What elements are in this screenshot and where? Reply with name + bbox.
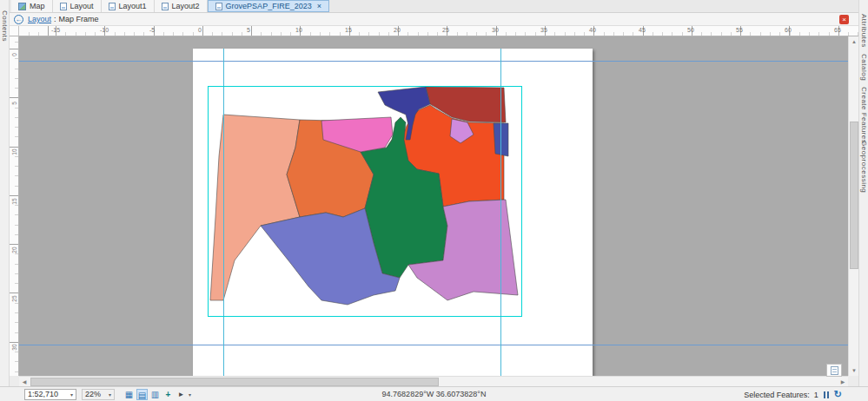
layout-view-icon[interactable]: ▤ [136,389,148,400]
horizontal-guide [19,61,848,62]
ruler-tick-label: 5 [247,27,250,33]
ruler-tick-label: 15 [10,197,19,207]
ruler-tick-label: 25 [10,294,19,304]
breadcrumb-separator: : [54,15,56,23]
tab-label: Layout [70,2,94,10]
ruler-tick-label: 55 [736,27,743,33]
scrollbar-corner [848,376,858,386]
horizontal-guide [19,345,848,345]
create-features-pane-tab[interactable]: Create Features [860,87,868,143]
page-icon [831,366,838,375]
ruler-tick-label: -5 [149,27,155,33]
ruler-tick-label: 40 [589,27,596,33]
ruler-tick-label: 15 [345,27,352,33]
contents-pane-tab[interactable]: Contents [1,10,9,42]
map-tab-icon [18,3,26,10]
geoprocessing-pane-tab[interactable]: Geoprocessing [860,141,868,193]
add-item-icon[interactable]: + [162,389,174,400]
back-button[interactable]: ← [14,15,23,24]
ruler-tick-label: 25 [442,27,449,33]
ruler-tick-label: -10 [100,27,109,33]
vertical-scrollbar-thumb[interactable] [850,122,858,269]
breadcrumb: ← Layout : Map Frame × [10,13,858,26]
horizontal-ruler: -15 -10 -5 0 5 10 15 20 25 30 35 40 45 5… [19,26,858,36]
tab-label: Layout1 [119,2,147,10]
layout-notes-icon[interactable] [826,364,842,377]
layout-tab-icon [162,3,169,10]
scale-combobox[interactable]: 1:52,710 ▾ [24,389,76,400]
application-window: Contents Map Layout Layout1 Layout2 Grov… [0,0,868,401]
ruler-tick-label: 50 [687,27,694,33]
attributes-pane-tab[interactable]: Attributes [860,14,868,48]
tab-map[interactable]: Map [11,0,53,12]
pages-view-icon[interactable]: ▥ [149,389,161,400]
view-toggle-group: ▦ ▤ ▥ + ► ▾ [123,389,191,400]
grid-view-icon[interactable]: ▦ [123,389,135,400]
ruler-tick-label: 30 [492,27,499,33]
zoom-value: 22% [85,390,101,398]
layout-tab-icon [60,3,67,10]
ruler-tick-label: 0 [198,27,202,33]
tab-layout1[interactable]: Layout1 [102,0,155,12]
close-view-button[interactable]: × [839,15,849,24]
scrollbar-corner [10,376,19,386]
refresh-icon[interactable]: ↻ [834,390,842,399]
chevron-down-icon[interactable]: ▾ [189,391,191,398]
selected-features-count: 1 [814,391,818,399]
ruler-tick-label: 10 [10,148,19,157]
ruler-tick-label: 60 [785,27,792,33]
right-dock-strip: Attributes Catalog Create Features Geopr… [858,0,868,401]
tab-label: GrovePSAP_FIRE_2023 [226,2,312,10]
ruler-corner [10,26,19,36]
status-right-group: Selected Features: 1 ↻ [744,387,842,401]
layout-canvas[interactable] [19,36,848,376]
zoom-combobox[interactable]: 22% ▾ [82,389,115,400]
close-icon[interactable]: × [317,2,321,10]
ruler-tick-label: 10 [295,27,302,33]
ruler-tick-label: 30 [10,343,19,352]
view-tab-bar: Map Layout Layout1 Layout2 GrovePSAP_FIR… [10,0,858,13]
ruler-tick-label: 5 [10,99,19,108]
left-dock-strip: Contents [0,0,10,401]
map-frame-label: Map Frame [59,15,99,23]
pause-drawing-button[interactable] [823,391,830,398]
coordinates-readout: 94.7682829°W 36.6073828°N [261,387,607,401]
tab-label: Map [30,2,45,10]
horizontal-scrollbar: ◀ ▶ [19,376,848,386]
ruler-tick-label: 0 [10,50,19,60]
select-tool-icon[interactable]: ► [176,389,187,400]
ruler-tick-label: 45 [639,27,646,33]
map-frame-selection [208,86,522,317]
tab-layout2[interactable]: Layout2 [155,0,208,12]
layout-link[interactable]: Layout [28,15,51,23]
ruler-tick-label: -15 [51,27,60,33]
layout-tab-icon [109,3,116,10]
scale-value: 1:52,710 [28,390,58,398]
vertical-scrollbar: ▲ ▼ [848,36,858,376]
horizontal-scrollbar-thumb[interactable] [30,378,439,386]
tab-grovepsap-fire-2023[interactable]: GrovePSAP_FIRE_2023 × [208,0,329,12]
ruler-tick-label: 20 [394,27,401,33]
chevron-down-icon: ▾ [109,391,111,398]
ruler-tick-label: 20 [10,246,19,255]
tab-label: Layout2 [172,2,200,10]
layout-tab-icon [215,3,222,10]
vertical-ruler: 0 5 10 15 20 25 30 [10,36,19,376]
catalog-pane-tab[interactable]: Catalog [860,54,868,81]
ruler-tick-label: 35 [540,27,547,33]
tab-layout[interactable]: Layout [53,0,102,12]
chevron-down-icon: ▾ [70,391,73,398]
selected-features-label: Selected Features: [744,391,810,399]
ruler-tick-label: 65 [834,27,841,33]
status-bar: 1:52,710 ▾ 22% ▾ ▦ ▤ ▥ + ► ▾ 94.7682829°… [0,386,868,401]
